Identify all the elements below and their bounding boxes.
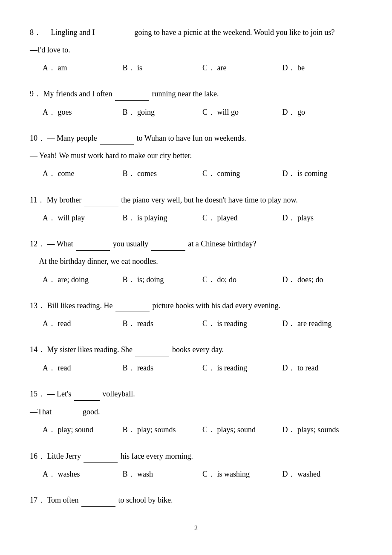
question-block-17: 17． Tom often to school by bike. <box>30 493 362 507</box>
option-16-D[interactable]: D． washed <box>282 467 363 481</box>
question-text-10: 10． — Many people to Wuhan to have fun o… <box>30 131 362 145</box>
option-13-B[interactable]: B． reads <box>123 316 203 331</box>
sub-text-8: —I'd love to. <box>30 43 362 57</box>
sub-text-15: —That good. <box>30 405 362 419</box>
option-12-D[interactable]: D． does; do <box>282 272 363 287</box>
question-number-16: 16． <box>30 452 47 460</box>
blank <box>81 493 115 507</box>
option-16-C[interactable]: C． is washing <box>202 467 282 481</box>
blank <box>98 26 132 39</box>
option-9-C[interactable]: C． will go <box>202 105 282 119</box>
question-text-9: 9． My friends and I often running near t… <box>30 87 362 101</box>
options-13: A． readB． readsC． is readingD． are readi… <box>43 316 362 331</box>
options-12: A． are; doingB． is; doingC． do; doD． doe… <box>43 272 362 287</box>
option-8-B[interactable]: B． is <box>123 61 203 75</box>
blank <box>84 193 118 207</box>
option-10-D[interactable]: D． is coming <box>282 166 363 181</box>
question-block-8: 8． —Lingling and I going to have a picni… <box>30 26 362 75</box>
question-block-13: 13． Bill likes reading. He picture books… <box>30 299 362 331</box>
question-text-15: 15． — Let's volleyball. <box>30 387 362 401</box>
blank <box>55 405 80 419</box>
question-block-15: 15． — Let's volleyball.—That good.A． pla… <box>30 387 362 437</box>
options-11: A． will playB． is playingC． playedD． pla… <box>43 211 362 225</box>
question-number-10: 10． <box>30 134 47 142</box>
sub-text-10: — Yeah! We must work hard to make our ci… <box>30 149 362 162</box>
blank <box>100 131 134 145</box>
question-number-12: 12． <box>30 240 47 248</box>
option-11-C[interactable]: C． played <box>202 211 282 225</box>
options-14: A． readB． readsC． is readingD． to read <box>43 361 362 375</box>
question-text-12: 12． — What you usually at a Chinese birt… <box>30 237 362 251</box>
question-block-12: 12． — What you usually at a Chinese birt… <box>30 237 362 286</box>
option-9-D[interactable]: D． go <box>282 105 363 119</box>
option-15-D[interactable]: D． plays; sounds <box>282 422 363 437</box>
option-8-C[interactable]: C． are <box>202 61 282 75</box>
option-10-B[interactable]: B． comes <box>123 166 203 181</box>
question-block-11: 11． My brother the piano very well, but … <box>30 193 362 225</box>
blank <box>115 299 150 312</box>
question-text-14: 14． My sister likes reading. She books e… <box>30 343 362 356</box>
blank <box>74 387 100 401</box>
option-14-C[interactable]: C． is reading <box>202 361 282 375</box>
option-9-A[interactable]: A． goes <box>43 105 123 119</box>
question-number-17: 17． <box>30 496 47 504</box>
blank <box>135 343 169 356</box>
blank <box>76 237 110 251</box>
question-text-8: 8． —Lingling and I going to have a picni… <box>30 26 362 39</box>
option-8-A[interactable]: A． am <box>43 61 123 75</box>
question-block-9: 9． My friends and I often running near t… <box>30 87 362 119</box>
option-14-D[interactable]: D． to read <box>282 361 363 375</box>
question-block-14: 14． My sister likes reading. She books e… <box>30 343 362 375</box>
question-text-16: 16． Little Jerry his face every morning. <box>30 449 362 463</box>
question-number-9: 9． <box>30 90 43 98</box>
blank <box>151 237 185 251</box>
option-16-B[interactable]: B． wash <box>123 467 203 481</box>
option-8-D[interactable]: D． be <box>282 61 363 75</box>
options-8: A． amB． isC． areD． be <box>43 61 362 75</box>
options-10: A． comeB． comesC． comingD． is coming <box>43 166 362 181</box>
option-13-A[interactable]: A． read <box>43 316 123 331</box>
option-9-B[interactable]: B． going <box>123 105 203 119</box>
option-15-B[interactable]: B． play; sounds <box>123 422 203 437</box>
option-10-C[interactable]: C． coming <box>202 166 282 181</box>
blank <box>84 449 118 463</box>
question-number-8: 8． <box>30 28 43 37</box>
option-15-A[interactable]: A． play; sound <box>43 422 123 437</box>
option-11-B[interactable]: B． is playing <box>123 211 203 225</box>
page-number: 2 <box>30 524 362 532</box>
options-16: A． washesB． washC． is washingD． washed <box>43 467 362 481</box>
option-14-A[interactable]: A． read <box>43 361 123 375</box>
option-10-A[interactable]: A． come <box>43 166 123 181</box>
sub-text-12: — At the birthday dinner, we eat noodles… <box>30 255 362 268</box>
option-12-C[interactable]: C． do; do <box>202 272 282 287</box>
question-text-13: 13． Bill likes reading. He picture books… <box>30 299 362 312</box>
option-16-A[interactable]: A． washes <box>43 467 123 481</box>
option-13-C[interactable]: C． is reading <box>202 316 282 331</box>
question-text-17: 17． Tom often to school by bike. <box>30 493 362 507</box>
question-number-14: 14． <box>30 345 47 354</box>
options-15: A． play; soundB． play; soundsC． plays; s… <box>43 422 362 437</box>
question-number-15: 15． <box>30 390 47 398</box>
option-12-A[interactable]: A． are; doing <box>43 272 123 287</box>
option-11-A[interactable]: A． will play <box>43 211 123 225</box>
option-12-B[interactable]: B． is; doing <box>123 272 203 287</box>
option-15-C[interactable]: C． plays; sound <box>202 422 282 437</box>
option-13-D[interactable]: D． are reading <box>282 316 363 331</box>
blank <box>115 87 149 101</box>
option-14-B[interactable]: B． reads <box>123 361 203 375</box>
question-text-11: 11． My brother the piano very well, but … <box>30 193 362 207</box>
question-block-16: 16． Little Jerry his face every morning.… <box>30 449 362 482</box>
options-9: A． goesB． goingC． will goD． go <box>43 105 362 119</box>
option-11-D[interactable]: D． plays <box>282 211 363 225</box>
question-number-11: 11． <box>30 196 47 204</box>
question-number-13: 13． <box>30 301 47 310</box>
question-block-10: 10． — Many people to Wuhan to have fun o… <box>30 131 362 181</box>
